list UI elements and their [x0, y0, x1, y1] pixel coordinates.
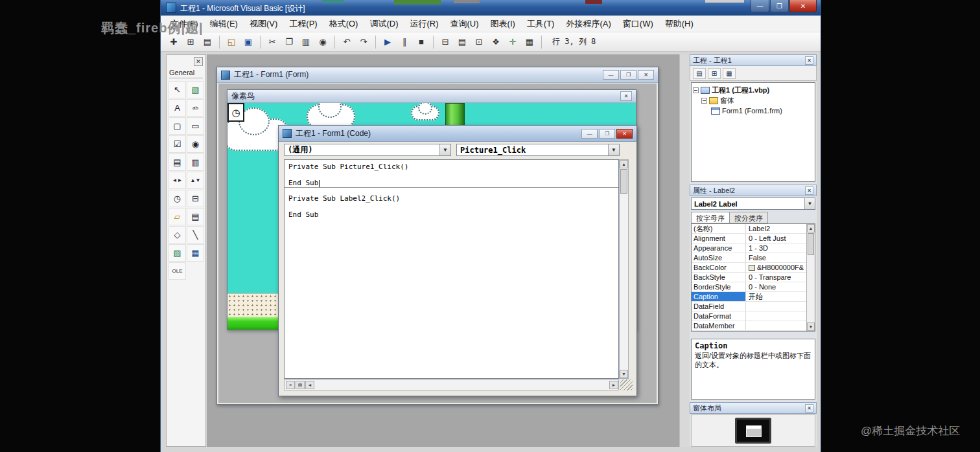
chevron-down-icon[interactable]: ▼: [608, 144, 619, 155]
form-designer-titlebar[interactable]: 工程1 - Form1 (Form): [217, 67, 658, 83]
properties-header[interactable]: 属性 - Label2: [690, 185, 817, 196]
close-button[interactable]: [616, 129, 633, 139]
object-selector-dropdown[interactable]: Label2 Label ▼: [691, 198, 815, 210]
vertical-scrollbar[interactable]: ▲ ▼: [619, 159, 629, 379]
scrollbar-thumb[interactable]: [620, 169, 627, 194]
scroll-left-icon[interactable]: ◄: [305, 381, 314, 389]
code-editor[interactable]: Private Sub Picture1_Click() End Sub Pri…: [284, 159, 619, 379]
tool-combobox[interactable]: ▤: [169, 153, 186, 171]
close-icon[interactable]: [805, 404, 813, 412]
toolbox-tab-general[interactable]: General: [169, 69, 203, 78]
copy-button[interactable]: ❐: [281, 34, 297, 50]
property-row[interactable]: DataField: [692, 302, 815, 311]
property-row-caption-selected[interactable]: Caption开始: [692, 292, 815, 302]
full-module-view-button[interactable]: ▤: [296, 381, 305, 389]
collapse-icon[interactable]: [693, 87, 699, 93]
tool-pointer[interactable]: ↖: [169, 81, 186, 98]
tool-label[interactable]: A: [169, 99, 186, 117]
property-row[interactable]: (名称)Label2: [692, 224, 815, 234]
toolbox-close-icon[interactable]: [194, 57, 203, 66]
project-explorer-header[interactable]: 工程 - 工程1: [690, 54, 817, 66]
tool-drivelistbox[interactable]: ⊟: [187, 190, 204, 207]
menu-item-query[interactable]: 查询(U): [445, 16, 485, 32]
menu-item-edit[interactable]: 编辑(E): [204, 16, 244, 32]
start-button[interactable]: ▶: [380, 34, 395, 50]
object-dropdown[interactable]: (通用) ▼: [284, 144, 451, 156]
paste-button[interactable]: ▥: [298, 34, 314, 50]
tool-listbox[interactable]: ▥: [187, 153, 204, 171]
game-form-titlebar[interactable]: 像素鸟: [228, 90, 636, 103]
tree-node-forms-folder[interactable]: 窗体: [693, 95, 813, 106]
close-button[interactable]: [638, 70, 654, 80]
tool-frame[interactable]: ▢: [169, 117, 186, 135]
menu-item-tools[interactable]: 工具(T): [521, 16, 561, 32]
vertical-scrollbar[interactable]: ▲ ▼: [806, 224, 815, 331]
tool-image[interactable]: ▨: [169, 244, 186, 262]
horizontal-scrollbar[interactable]: ≡ ▤ ◄ ►: [284, 379, 619, 390]
tool-hscrollbar[interactable]: ◄►: [169, 172, 186, 189]
restore-button[interactable]: [620, 70, 636, 80]
resize-grip[interactable]: [620, 379, 633, 390]
property-row[interactable]: BorderStyle0 - None: [692, 282, 815, 292]
find-button[interactable]: ◉: [315, 34, 331, 50]
property-row[interactable]: Appearance1 - 3D: [692, 243, 815, 253]
data-view-button[interactable]: ▦: [522, 34, 537, 50]
menu-item-window[interactable]: 窗口(W): [617, 16, 659, 32]
tool-ole[interactable]: OLE: [169, 262, 186, 280]
tree-node-project[interactable]: 工程1 (工程1.vbp): [693, 85, 813, 95]
redo-button[interactable]: ↷: [356, 34, 371, 50]
tree-node-form1[interactable]: Form1 (Form1.frm): [693, 106, 813, 116]
tab-categorized[interactable]: 按分类序: [729, 212, 768, 223]
code-window-titlebar[interactable]: 工程1 - Form1 (Code): [279, 126, 636, 142]
scroll-down-icon[interactable]: ▼: [807, 322, 815, 331]
form-position-thumbnail[interactable]: [746, 425, 762, 437]
menu-item-format[interactable]: 格式(O): [323, 16, 364, 32]
property-row-backcolor[interactable]: BackColor&H8000000F&: [692, 263, 815, 273]
scrollbar-thumb[interactable]: [808, 233, 814, 255]
collapse-icon[interactable]: [701, 98, 707, 104]
form-layout-button[interactable]: ⊡: [471, 34, 487, 50]
menu-item-debug[interactable]: 调试(D): [364, 16, 404, 32]
object-browser-button[interactable]: ❖: [488, 34, 504, 50]
minimize-button[interactable]: [603, 70, 619, 80]
view-code-button[interactable]: ▤: [693, 68, 706, 79]
maximize-button[interactable]: [599, 129, 615, 139]
tool-checkbox[interactable]: ☑: [169, 135, 186, 153]
maximize-button[interactable]: ❐: [770, 0, 789, 12]
minimize-button[interactable]: [581, 129, 598, 139]
scroll-right-icon[interactable]: ►: [609, 381, 618, 389]
tool-data[interactable]: ▦: [187, 244, 204, 262]
toolbox-button[interactable]: ✛: [505, 34, 520, 50]
close-icon[interactable]: [805, 56, 813, 65]
menu-item-addins[interactable]: 外接程序(A): [560, 16, 616, 32]
procedure-dropdown[interactable]: Picture1_Click ▼: [456, 144, 620, 156]
tool-vscrollbar[interactable]: ▲▼: [187, 172, 204, 189]
close-button[interactable]: ✕: [789, 0, 817, 12]
procedure-view-button[interactable]: ≡: [286, 381, 295, 389]
end-button[interactable]: ■: [414, 34, 429, 50]
chevron-down-icon[interactable]: ▼: [439, 144, 450, 155]
property-row[interactable]: DataFormat: [692, 311, 815, 321]
panel-splitter[interactable]: [679, 54, 690, 447]
tool-timer[interactable]: ◷: [169, 190, 186, 207]
close-icon[interactable]: [805, 186, 813, 195]
project-explorer-button[interactable]: ⊟: [438, 34, 453, 50]
close-button[interactable]: [620, 91, 632, 101]
monitor-preview[interactable]: [735, 418, 771, 444]
tool-picturebox[interactable]: ▧: [187, 81, 204, 98]
menu-item-help[interactable]: 帮助(H): [659, 16, 699, 32]
property-row[interactable]: DataMember: [692, 321, 815, 331]
menu-item-view[interactable]: 视图(V): [244, 16, 283, 32]
toggle-folders-button[interactable]: ▦: [723, 68, 736, 79]
tool-shape[interactable]: ◇: [169, 226, 186, 243]
timer-control-icon[interactable]: ◷: [228, 103, 244, 122]
menu-item-diagram[interactable]: 图表(I): [485, 16, 521, 32]
properties-window-button[interactable]: ▤: [454, 34, 470, 50]
scroll-up-icon[interactable]: ▲: [620, 160, 628, 168]
menu-item-project[interactable]: 工程(P): [283, 16, 323, 32]
tab-alphabetic[interactable]: 按字母序: [691, 212, 730, 223]
minimize-button[interactable]: —: [751, 0, 769, 12]
tool-optionbutton[interactable]: ◉: [187, 135, 204, 153]
save-project-button[interactable]: ▣: [240, 34, 256, 50]
property-row[interactable]: Alignment0 - Left Just: [692, 234, 815, 243]
